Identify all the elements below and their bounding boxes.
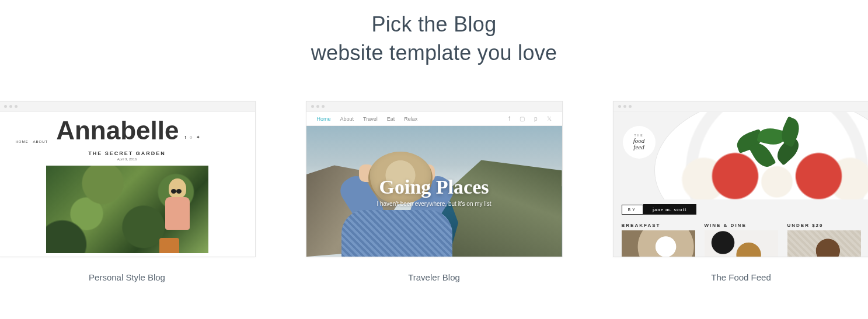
- page-title: Pick the Blog website template you love: [0, 10, 868, 67]
- template-caption[interactable]: Traveler Blog: [408, 272, 460, 282]
- preview-hero-title: Going Places: [306, 176, 562, 198]
- preview-hero: Going Places I haven't been everywhere, …: [306, 126, 562, 257]
- preview-post-date: April 3, 2016: [0, 157, 255, 161]
- template-preview-traveler: Home About Travel Eat Relax f ▢ p 𝕏: [306, 112, 562, 257]
- template-col-personal-style: HOME ABOUT Annabelle f ○ ✦ THE SECRET GA…: [0, 101, 256, 282]
- preview-nav-home: HOME: [16, 140, 29, 143]
- browser-chrome: [306, 101, 562, 112]
- byline-author: jane m. scott: [643, 204, 696, 215]
- template-preview-food-feed: THE food feed BY jane m. scott BREAKFAST: [613, 112, 869, 257]
- page-title-line2: website template you love: [311, 41, 557, 65]
- preview-post-title: THE SECRET GARDEN: [0, 150, 255, 156]
- pinterest-icon: p: [534, 115, 538, 122]
- preview-site-badge: THE food feed: [623, 126, 656, 159]
- preview-food-hero: THE food feed: [613, 112, 869, 199]
- page-heading: Pick the Blog website template you love: [0, 0, 868, 67]
- window-dot-icon: [623, 105, 626, 108]
- preview-menu-relax: Relax: [404, 116, 417, 122]
- preview-social-icons: f ○ ✦: [184, 135, 200, 143]
- preview-menu: Home About Travel Eat Relax f ▢ p 𝕏: [306, 112, 562, 126]
- template-card-traveler[interactable]: Home About Travel Eat Relax f ▢ p 𝕏: [306, 101, 563, 257]
- preview-menu-eat: Eat: [387, 116, 395, 122]
- template-card-food-feed[interactable]: THE food feed BY jane m. scott BREAKFAST: [613, 101, 869, 257]
- badge-line2: feed: [633, 144, 644, 150]
- window-dot-icon: [629, 105, 632, 108]
- template-caption[interactable]: The Food Feed: [711, 272, 771, 282]
- dribbble-icon: ○: [190, 135, 193, 140]
- twitter-icon: ✦: [196, 135, 200, 140]
- preview-category-wine-dine: WINE & DINE: [705, 223, 778, 257]
- preview-post-photo: [46, 166, 208, 253]
- window-dot-icon: [618, 105, 621, 108]
- preview-post-header: THE SECRET GARDEN April 3, 2016: [0, 150, 255, 161]
- category-label: WINE & DINE: [705, 223, 778, 228]
- category-label: BREAKFAST: [622, 223, 695, 228]
- preview-nav: HOME ABOUT: [16, 140, 48, 143]
- facebook-icon: f: [508, 115, 510, 122]
- preview-hero-text: Going Places I haven't been everywhere, …: [306, 176, 562, 207]
- preview-category-under20: UNDER $20: [787, 223, 861, 257]
- preview-hero-tagline: I haven't been everywhere, but it's on m…: [306, 201, 562, 207]
- byline-label: BY: [622, 205, 643, 215]
- preview-categories: BREAKFAST WINE & DINE UNDER $20: [622, 223, 861, 257]
- page-title-line1: Pick the Blog: [371, 12, 496, 36]
- preview-site-logo: Annabelle: [56, 118, 179, 143]
- window-dot-icon: [316, 105, 319, 108]
- window-dot-icon: [322, 105, 325, 108]
- template-grid: HOME ABOUT Annabelle f ○ ✦ THE SECRET GA…: [0, 101, 868, 282]
- preview-menu-travel: Travel: [363, 116, 378, 122]
- window-dot-icon: [4, 105, 7, 108]
- template-col-food-feed: THE food feed BY jane m. scott BREAKFAST: [613, 101, 869, 282]
- twitter-icon: 𝕏: [547, 115, 552, 122]
- instagram-icon: ▢: [520, 115, 525, 122]
- woman-illustration: [156, 175, 197, 253]
- template-preview-annabelle: HOME ABOUT Annabelle f ○ ✦ THE SECRET GA…: [0, 112, 255, 257]
- template-col-traveler: Home About Travel Eat Relax f ▢ p 𝕏: [306, 101, 563, 282]
- category-label: UNDER $20: [787, 223, 861, 228]
- browser-chrome: [0, 101, 255, 112]
- window-dot-icon: [15, 105, 18, 108]
- under20-thumb-illustration: [787, 230, 861, 257]
- browser-chrome: [613, 101, 869, 112]
- preview-menu-home: Home: [317, 116, 331, 122]
- template-caption[interactable]: Personal Style Blog: [89, 272, 165, 282]
- preview-nav-about: ABOUT: [33, 140, 48, 143]
- template-card-personal-style[interactable]: HOME ABOUT Annabelle f ○ ✦ THE SECRET GA…: [0, 101, 256, 257]
- preview-category-breakfast: BREAKFAST: [622, 223, 695, 257]
- breakfast-thumb-illustration: [622, 230, 695, 257]
- facebook-icon: f: [184, 135, 186, 140]
- wine-dine-thumb-illustration: [705, 230, 778, 257]
- preview-menu-about: About: [340, 116, 354, 122]
- preview-byline: BY jane m. scott: [622, 204, 861, 215]
- window-dot-icon: [9, 105, 12, 108]
- window-dot-icon: [311, 105, 314, 108]
